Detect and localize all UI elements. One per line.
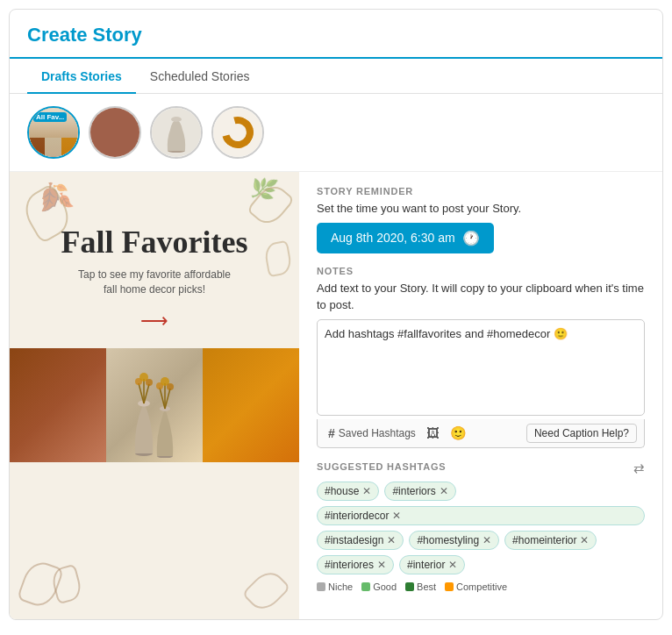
legend-label-niche: Niche — [328, 581, 353, 592]
legend-dot-competitive — [445, 582, 454, 591]
svg-line-12 — [160, 388, 165, 409]
tab-scheduled[interactable]: Scheduled Stories — [136, 59, 264, 94]
svg-point-1 — [171, 117, 182, 122]
image-icon-button[interactable]: 🖼 — [423, 424, 443, 442]
svg-point-17 — [167, 383, 174, 390]
caption-help-button[interactable]: Need Caption Help? — [526, 424, 637, 443]
hashtag-label-instadesign: #instadesign — [325, 534, 383, 546]
hashtag-pill-homestyling[interactable]: #homestyling ✕ — [409, 531, 499, 550]
legend-label-competitive: Competitive — [456, 581, 507, 592]
hashtag-pill-interior[interactable]: #interior ✕ — [399, 555, 465, 574]
hashtag-remove-house[interactable]: ✕ — [362, 486, 371, 496]
leaf-outline-3 — [263, 240, 293, 277]
emoji-icon-button[interactable]: 🙂 — [447, 424, 470, 443]
story-title-area: Fall Favorites Tap to see my favorite af… — [44, 225, 266, 332]
tabs-bar: Drafts Stories Scheduled Stories — [10, 59, 662, 94]
legend-dot-best — [405, 582, 414, 591]
notes-textarea[interactable]: Add hashtags #fallfavorites and #homedec… — [317, 319, 645, 416]
hashtag-label-homestyling: #homestyling — [417, 534, 479, 546]
reminder-label: STORY REMINDER — [317, 186, 645, 196]
hashtag-remove-interiores[interactable]: ✕ — [377, 560, 386, 570]
thumbnail-1[interactable]: All Fav... — [27, 106, 80, 159]
hashtag-label-homeinterior: #homeinterior — [512, 534, 576, 546]
hashtag-remove-interiors[interactable]: ✕ — [440, 486, 448, 496]
story-img-vases — [106, 348, 203, 462]
hashtag-label-interior: #interior — [407, 559, 445, 571]
legend-dot-niche — [317, 582, 325, 591]
hashtag-label-interiores: #interiores — [325, 559, 374, 571]
svg-line-14 — [165, 389, 170, 409]
story-subtitle: Tap to see my favorite affordablefall ho… — [61, 268, 248, 297]
story-preview: 🍂 🌿 Fall Favorites Tap to see my favorit… — [10, 172, 299, 619]
hashtag-label-interiors: #interiors — [392, 485, 435, 497]
legend-niche: Niche — [317, 581, 353, 592]
reminder-date: Aug 8th 2020, 6:30 am — [331, 231, 455, 245]
hashtag-pill-instadesign[interactable]: #instadesign ✕ — [317, 531, 404, 550]
thumbnail-2[interactable] — [89, 106, 141, 159]
hashtag-pill-interiors[interactable]: #interiors ✕ — [384, 482, 455, 501]
page-title: Create Story — [27, 24, 142, 46]
hashtags-container: #house ✕ #interiors ✕ #interiordecor ✕ # — [317, 482, 645, 574]
suggested-hashtags-label: SUGGESTED HASHTAGS — [317, 461, 446, 472]
story-img-blanket — [10, 348, 106, 462]
saved-hashtags-label: Saved Hashtags — [339, 427, 416, 439]
svg-line-8 — [144, 384, 149, 403]
legend-label-good: Good — [373, 581, 397, 592]
hashtag-pill-interiores[interactable]: #interiores ✕ — [317, 555, 394, 574]
hashtag-pill-homeinterior[interactable]: #homeinterior ✕ — [504, 531, 597, 550]
app-container: Create Story Drafts Stories Scheduled St… — [9, 9, 663, 620]
notes-label: NOTES — [317, 266, 645, 276]
suggested-hashtags-section: SUGGESTED HASHTAGS ⇄ #house ✕ #interiors… — [317, 460, 645, 606]
header: Create Story — [10, 10, 662, 59]
story-img-flowers — [203, 348, 299, 462]
legend-dot-good — [361, 582, 370, 591]
main-content: 🍂 🌿 Fall Favorites Tap to see my favorit… — [10, 172, 662, 619]
shuffle-icon[interactable]: ⇄ — [633, 460, 645, 476]
thumbnails-row: All Fav... — [10, 94, 662, 172]
reminder-section: STORY REMINDER Set the time you want to … — [317, 186, 645, 253]
hashtag-pill-interiordecor[interactable]: #interiordecor ✕ — [317, 506, 645, 525]
hashtag-remove-interiordecor[interactable]: ✕ — [392, 510, 401, 521]
reminder-button[interactable]: Aug 8th 2020, 6:30 am 🕐 — [317, 223, 494, 253]
thumbnail-4[interactable] — [211, 106, 264, 159]
notes-toolbar: # Saved Hashtags 🖼 🙂 Need Caption Help? — [317, 419, 645, 448]
hashtag-remove-interior[interactable]: ✕ — [448, 560, 457, 570]
leaf-outline-bottom-3 — [241, 566, 291, 616]
hashtag-pill-house[interactable]: #house ✕ — [317, 482, 379, 501]
story-arrow: ⟶ — [61, 310, 248, 332]
notes-description: Add text to your Story. It will copy to … — [317, 280, 645, 314]
saved-hashtags-button[interactable]: # Saved Hashtags — [325, 425, 419, 442]
right-panel: STORY REMINDER Set the time you want to … — [299, 172, 662, 619]
story-main-title: Fall Favorites — [61, 225, 248, 260]
svg-point-11 — [146, 379, 153, 386]
thumbnail-3[interactable] — [150, 106, 203, 159]
story-images — [10, 348, 299, 462]
tab-drafts[interactable]: Drafts Stories — [27, 59, 136, 94]
clock-icon: 🕐 — [462, 230, 480, 246]
legend: Niche Good Best Competitive — [317, 581, 645, 592]
legend-good: Good — [361, 581, 397, 592]
legend-competitive: Competitive — [445, 581, 507, 592]
hashtag-remove-instadesign[interactable]: ✕ — [387, 535, 396, 546]
svg-line-6 — [139, 383, 144, 403]
hashtag-label-interiordecor: #interiordecor — [325, 510, 389, 522]
notes-section: NOTES Add text to your Story. It will co… — [317, 266, 645, 448]
legend-best: Best — [405, 581, 436, 592]
hash-icon: # — [328, 426, 335, 440]
hashtag-remove-homestyling[interactable]: ✕ — [483, 535, 491, 546]
reminder-description: Set the time you want to post your Story… — [317, 200, 645, 218]
hashtag-remove-homeinterior[interactable]: ✕ — [580, 535, 589, 546]
hashtag-label-house: #house — [325, 485, 359, 497]
legend-label-best: Best — [417, 581, 436, 592]
